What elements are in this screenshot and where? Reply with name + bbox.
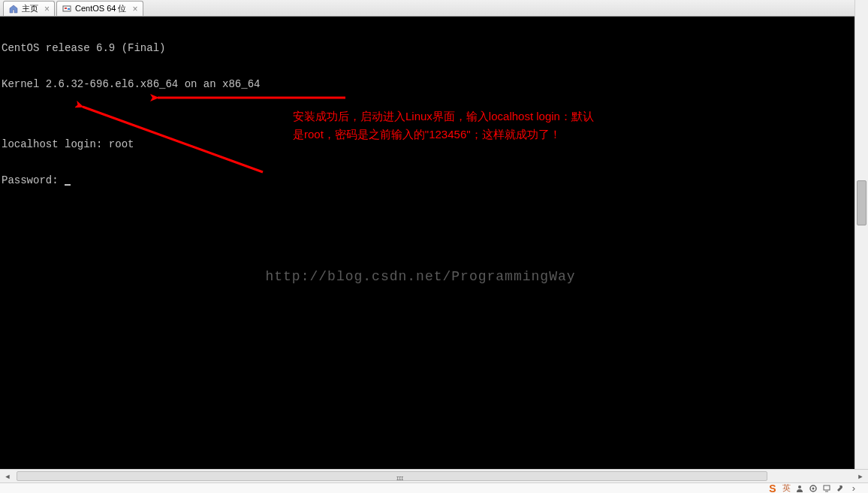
taskbar-gear-icon[interactable] (806, 483, 820, 494)
taskbar-chevron-icon[interactable]: › (847, 483, 860, 494)
tab-home[interactable]: 主页 × (3, 1, 55, 16)
scroll-grip-icon: ɪɪɪ (396, 474, 403, 482)
terminal-line: CentOS release 6.9 (Final) (2, 42, 853, 54)
close-icon[interactable]: × (44, 4, 50, 14)
svg-rect-1 (65, 8, 67, 9)
scroll-right-icon[interactable]: ► (854, 470, 866, 482)
login-value: root (109, 138, 134, 150)
login-prompt: localhost login: (2, 138, 109, 150)
annotation-text: 安装成功后，启动进入Linux界面，输入localhost login：默认 是… (293, 107, 683, 144)
taskbar-monitor-icon[interactable] (820, 483, 833, 494)
tab-bar: 主页 × CentOS 64 位 × (0, 0, 868, 17)
close-icon[interactable]: × (133, 4, 138, 14)
scrollbar-vertical[interactable] (854, 0, 868, 469)
scroll-left-icon[interactable]: ◄ (2, 470, 14, 482)
terminal-password-line: Password: (2, 174, 853, 186)
annotation-line1: 安装成功后，启动进入Linux界面，输入localhost login：默认 (293, 107, 683, 126)
tab-centos-label: CentOS 64 位 (75, 3, 126, 14)
svg-rect-2 (68, 8, 70, 10)
scrollbar-horizontal[interactable]: ◄ ɪɪɪ ► (0, 469, 868, 482)
scrollbar-thumb[interactable] (857, 180, 866, 225)
home-icon (8, 4, 19, 14)
scrollbar-thumb[interactable]: ɪɪɪ (17, 471, 767, 481)
svg-point-5 (798, 485, 801, 488)
cursor-icon (65, 184, 71, 186)
annotation-line2: 是root，密码是之前输入的"123456"；这样就成功了！ (293, 126, 683, 144)
tab-home-label: 主页 (22, 3, 38, 14)
vm-icon (62, 4, 72, 14)
taskbar-wrench-icon[interactable] (833, 483, 847, 494)
tab-centos[interactable]: CentOS 64 位 × (56, 1, 143, 16)
password-prompt: Password: (2, 174, 65, 186)
taskbar: S 英 › (0, 482, 868, 493)
taskbar-person-icon[interactable] (793, 483, 806, 494)
svg-point-7 (812, 487, 815, 489)
terminal-line: Kernel 2.6.32-696.el6.x86_64 on an x86_6… (2, 78, 853, 90)
terminal[interactable]: CentOS release 6.9 (Final) Kernel 2.6.32… (0, 17, 854, 469)
taskbar-app-icon[interactable]: S (766, 483, 779, 494)
watermark-text: http://blog.csdn.net/ProgrammingWay (0, 269, 841, 284)
taskbar-text-icon[interactable]: 英 (779, 483, 793, 494)
svg-rect-8 (824, 485, 830, 490)
